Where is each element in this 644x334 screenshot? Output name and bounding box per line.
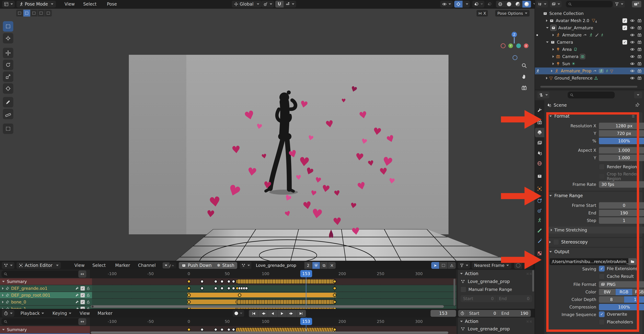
keyframe[interactable] [200, 280, 204, 283]
zoom-icon[interactable] [521, 62, 527, 69]
key-row-def-greande-oo1[interactable] [90, 285, 456, 292]
channel-enable-checkbox[interactable]: ✓ [80, 300, 85, 304]
hide-eye-toggle[interactable] [630, 61, 635, 66]
collection-checkbox[interactable]: ✓ [622, 25, 627, 30]
gizmo-toggle[interactable] [454, 1, 462, 7]
ds-filter-dropdown[interactable] [458, 262, 470, 269]
only-selected-toggle[interactable]: ➤ [431, 262, 439, 269]
select-box-button[interactable] [23, 10, 30, 16]
overlays-toggle[interactable] [472, 1, 484, 7]
select-extend-button[interactable] [30, 10, 38, 16]
outliner-search-input[interactable] [566, 1, 612, 7]
tab-bone-constraints[interactable] [535, 236, 544, 246]
stash-button[interactable]: ❄Stash [214, 262, 237, 269]
render-visibility-toggle[interactable] [637, 69, 642, 73]
tab-object-data[interactable] [535, 216, 544, 225]
viewport-3d[interactable]: ♥♥♥♥♥♥♥♥♥♥♥♥♥♥♥♥♥♥♥♥♥♥♥♥♥♥♥♥♥♥♥♥♥♥♥♥♥♥♥♥… [0, 9, 534, 261]
expand-arrow[interactable] [546, 27, 548, 28]
channel-lock-icon[interactable] [86, 287, 90, 290]
action-users-button[interactable]: 2 [304, 262, 312, 269]
expand-arrow[interactable] [546, 19, 548, 22]
channel-filter-invert-button[interactable]: ↔ [78, 271, 86, 278]
channel-bone-1[interactable]: bone_1 ✓ [0, 306, 92, 309]
expand-arrow[interactable] [552, 62, 554, 65]
tl-keyframe[interactable] [187, 327, 191, 332]
proportional-edit-toggle[interactable] [514, 262, 522, 269]
render-visibility-toggle[interactable] [637, 33, 642, 37]
gizmo-dropdown[interactable] [462, 1, 470, 7]
channel-enable-checkbox[interactable]: ✓ [80, 286, 85, 291]
hide-eye-toggle[interactable] [630, 25, 635, 30]
keyframe[interactable] [232, 280, 235, 283]
outliner-row-armature-prop[interactable]: Armature_Prop▽ [535, 67, 644, 74]
mode-dropdown[interactable]: Pose Mode [16, 1, 56, 7]
tab-constraints[interactable] [535, 206, 544, 215]
channel-enable-checkbox[interactable]: ✓ [80, 293, 85, 297]
properties-editor-dropdown[interactable] [538, 92, 549, 98]
channel-def-prop-root-001[interactable]: DEF_prop_root.001 ✓ [0, 292, 92, 299]
modifier-wrench-icon[interactable] [75, 287, 79, 290]
keyframe[interactable] [245, 287, 248, 290]
outliner-row-area[interactable]: Area [535, 46, 644, 53]
ds-menu-select[interactable]: Select [90, 261, 108, 270]
expand-arrow[interactable] [546, 41, 548, 43]
hide-eye-toggle[interactable] [630, 69, 635, 73]
tl-keyframe[interactable] [214, 327, 218, 332]
keyframe[interactable] [227, 287, 230, 290]
new-action-button[interactable]: ⧉ [320, 262, 328, 269]
keyframe-band[interactable] [188, 293, 336, 297]
snap-magnet-toggle[interactable] [275, 1, 284, 7]
render-visibility-toggle[interactable] [637, 54, 642, 59]
expand-arrow[interactable] [552, 55, 554, 58]
expand-arrow[interactable] [546, 77, 548, 79]
channel-search-input[interactable] [2, 271, 82, 278]
channel-def-greande-oo1[interactable]: DEF_greande.oo1 ✓ [0, 285, 92, 292]
snap-mode-dropdown[interactable]: Nearest Frame [472, 262, 512, 269]
tl-hscrollbar[interactable] [91, 332, 448, 334]
expand-arrow[interactable] [551, 70, 552, 72]
tool-rotate[interactable] [3, 60, 13, 70]
ds-key-area[interactable] [90, 278, 456, 309]
mirror-x-toggle[interactable]: ⋈X [476, 10, 488, 16]
render-visibility-toggle[interactable] [637, 61, 642, 66]
hide-eye-toggle[interactable] [630, 18, 635, 23]
tl-keyframe[interactable] [200, 327, 204, 332]
move-down-button[interactable] [162, 262, 170, 269]
select-subtract-button[interactable] [38, 10, 44, 16]
tab-texture[interactable] [535, 249, 544, 258]
ds-menu-marker[interactable]: Marker [113, 261, 132, 270]
unlink-action-button[interactable]: × [328, 262, 336, 269]
outliner-row-camera[interactable]: Camera [535, 53, 644, 60]
ds-vscrollbar[interactable] [454, 279, 455, 306]
channel-bone-0[interactable]: bone_0 ✓ [0, 299, 92, 305]
tl-playhead-badge[interactable]: 153 [300, 318, 312, 325]
push-down-button[interactable]: Push Down [179, 262, 214, 269]
navigation-gizmo[interactable]: Z Y X [498, 19, 534, 88]
tool-annotate[interactable] [3, 97, 13, 107]
outliner-row-avatar-armature[interactable]: Avatar_Armature✓ [535, 24, 644, 31]
pin-icon[interactable] [635, 102, 640, 107]
keyframe-band[interactable] [188, 300, 238, 304]
modifier-wrench-icon[interactable] [75, 293, 79, 297]
channel-enable-checkbox[interactable]: ✓ [80, 307, 85, 309]
ds-menu-channel[interactable]: Channel [136, 261, 158, 270]
tool-move[interactable] [3, 48, 13, 58]
keyframe[interactable] [232, 287, 235, 290]
play-button[interactable] [278, 310, 287, 317]
jump-to-start-button[interactable] [249, 310, 258, 317]
action-name-field[interactable]: Love_grenade_prop [254, 262, 306, 269]
tl-keyframe[interactable] [226, 327, 231, 332]
ds-sidebar-scrollbar[interactable] [532, 270, 534, 292]
tl-keyframe[interactable] [231, 327, 236, 332]
tool-measure[interactable] [3, 109, 13, 119]
modifier-wrench-icon[interactable] [75, 300, 79, 304]
expand-arrow[interactable] [552, 48, 554, 51]
keyframe[interactable] [220, 280, 224, 283]
tool-cursor[interactable] [3, 33, 13, 43]
tool-box-select[interactable] [3, 21, 13, 32]
errors-toggle[interactable]: ⚠ [448, 262, 456, 269]
channel-lock-icon[interactable] [86, 300, 90, 304]
hide-eye-toggle[interactable] [630, 76, 635, 80]
tl-search-input[interactable] [2, 318, 82, 325]
menu-view[interactable]: View [62, 0, 77, 8]
